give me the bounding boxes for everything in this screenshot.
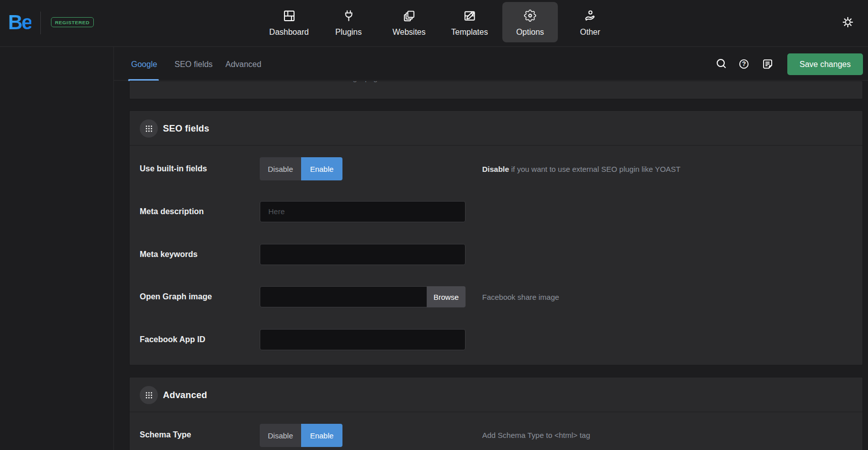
svg-text:?: ? bbox=[742, 60, 746, 68]
